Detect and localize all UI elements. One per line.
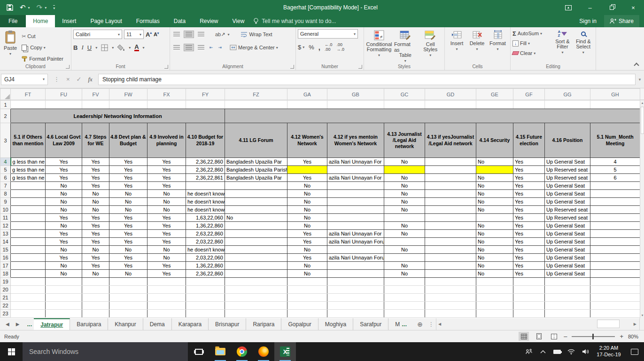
cell[interactable]: [425, 310, 476, 318]
cell[interactable]: [384, 294, 425, 302]
cell-GG9[interactable]: Up General Seat: [545, 198, 590, 206]
number-format-select[interactable]: General▾: [298, 29, 358, 39]
cell-GD6[interactable]: [425, 174, 476, 182]
cell-FX17[interactable]: Yes: [147, 262, 186, 270]
cell-GE9[interactable]: No: [476, 198, 513, 206]
cell[interactable]: [11, 278, 46, 286]
cell[interactable]: [327, 302, 384, 310]
row-header[interactable]: 16: [0, 254, 11, 262]
cell[interactable]: [287, 302, 327, 310]
cell-GF15[interactable]: Yes: [513, 246, 545, 254]
middle-align-button[interactable]: [184, 31, 194, 38]
scroll-down-icon[interactable]: ▾: [640, 313, 644, 318]
cell[interactable]: [545, 286, 590, 294]
cell-FY4[interactable]: 2,36,22,860: [186, 158, 225, 166]
collapse-ribbon-button[interactable]: [634, 63, 639, 68]
tab-home[interactable]: Home: [26, 15, 55, 27]
cell-FZ17[interactable]: [225, 262, 287, 270]
field-header-cell[interactable]: 4.12 Women's Network: [287, 123, 327, 158]
cell[interactable]: [186, 278, 225, 286]
cell-FX15[interactable]: No: [147, 246, 186, 254]
row-header[interactable]: 2: [0, 109, 11, 123]
minimize-button[interactable]: –: [579, 0, 601, 15]
cell-GE14[interactable]: No: [476, 238, 513, 246]
cell[interactable]: [513, 294, 545, 302]
cell[interactable]: [82, 286, 109, 294]
fill-color-button[interactable]: [117, 44, 125, 51]
cell-GD5[interactable]: [425, 166, 476, 174]
accounting-format-button[interactable]: $: [298, 44, 301, 51]
cell[interactable]: [384, 101, 425, 109]
cell[interactable]: [287, 278, 327, 286]
cell[interactable]: [46, 101, 82, 109]
cell-GF18[interactable]: Yes: [513, 270, 545, 278]
cell-FY7[interactable]: [186, 182, 225, 190]
cell[interactable]: [590, 310, 640, 318]
cell[interactable]: [287, 310, 327, 318]
taskbar-clock[interactable]: 2:20 AM 17-Dec-19: [592, 345, 625, 358]
field-header-cell[interactable]: 5.1 Num_Month Meeting: [590, 123, 640, 158]
cell[interactable]: [82, 294, 109, 302]
cell-GH14[interactable]: [590, 238, 640, 246]
wrap-text-button[interactable]: Wrap Text: [241, 29, 272, 39]
row-header[interactable]: 8: [0, 190, 11, 198]
cell[interactable]: [287, 101, 327, 109]
cell[interactable]: [109, 310, 147, 318]
cell-GB16[interactable]: azila Nari Unnayan Forum: [327, 254, 384, 262]
cell-FY15[interactable]: he doesn't know: [186, 246, 225, 254]
cell-GG16[interactable]: Up General Seat: [545, 254, 590, 262]
cell-FV13[interactable]: Yes: [82, 230, 109, 238]
cell-FT13[interactable]: [11, 230, 46, 238]
cell-FX16[interactable]: No: [147, 254, 186, 262]
underline-button[interactable]: U: [87, 44, 92, 51]
cell-FV17[interactable]: Yes: [82, 262, 109, 270]
cell[interactable]: [147, 278, 186, 286]
cell-GA11[interactable]: No: [287, 214, 327, 222]
align-right-button[interactable]: [196, 44, 206, 51]
cell-FZ4[interactable]: Bangladesh Upazila Par: [225, 158, 287, 166]
cell-FY5[interactable]: 2,36,22,860: [186, 166, 225, 174]
cell-GC12[interactable]: No: [384, 222, 425, 230]
zoom-slider[interactable]: [572, 336, 615, 337]
field-header-cell[interactable]: 4.11 LG Forum: [225, 123, 287, 158]
cell-FZ9[interactable]: [225, 198, 287, 206]
scroll-right-icon[interactable]: ▶: [634, 322, 636, 326]
cell-FV18[interactable]: No: [82, 270, 109, 278]
cell-FT18[interactable]: [11, 270, 46, 278]
select-all-corner[interactable]: [0, 89, 11, 100]
column-header-FZ[interactable]: FZ: [225, 89, 287, 100]
cell[interactable]: [287, 294, 327, 302]
row-header[interactable]: 22: [0, 302, 11, 310]
cell-GA9[interactable]: No: [287, 198, 327, 206]
cell-FX14[interactable]: Yes: [147, 238, 186, 246]
conditional-formatting-button[interactable]: ≠ ConditionalFormatting▾: [366, 29, 392, 62]
cell-FW12[interactable]: Yes: [109, 222, 147, 230]
sign-in-button[interactable]: Sign in: [574, 18, 602, 24]
cell[interactable]: [46, 278, 82, 286]
cell-GC9[interactable]: No: [384, 198, 425, 206]
column-header-GE[interactable]: GE: [476, 89, 513, 100]
cell-GF13[interactable]: Yes: [513, 230, 545, 238]
cell[interactable]: [82, 310, 109, 318]
cell-GF11[interactable]: Yes: [513, 214, 545, 222]
sheet-tab-moghiya[interactable]: Moghiya: [318, 318, 353, 330]
cell-FU18[interactable]: No: [46, 270, 82, 278]
cell-FZ5[interactable]: Bangladesh Upazila Parishad Forum: [225, 166, 287, 174]
field-header-cell[interactable]: 4.8 Devt plan & Budget: [109, 123, 147, 158]
increase-decimal-button[interactable]: ←.0.00: [325, 42, 333, 52]
cell[interactable]: [225, 278, 287, 286]
cell-GD18[interactable]: [425, 270, 476, 278]
row-header[interactable]: 14: [0, 238, 11, 246]
clear-button[interactable]: Clear▾: [512, 49, 552, 57]
cell-GH17[interactable]: [590, 262, 640, 270]
zoom-in-button[interactable]: +: [620, 333, 623, 340]
sheet-tab-overflow[interactable]: M...: [388, 318, 413, 330]
vertical-scrollbar[interactable]: ▴ ▾: [640, 100, 644, 318]
cell-GH6[interactable]: 6: [590, 174, 640, 182]
cell-FT16[interactable]: [11, 254, 46, 262]
cell[interactable]: [327, 286, 384, 294]
cell-GF12[interactable]: Yes: [513, 222, 545, 230]
bottom-align-button[interactable]: [196, 31, 206, 38]
cell-FX4[interactable]: Yes: [147, 158, 186, 166]
cell-FT6[interactable]: g less than ne: [11, 174, 46, 182]
